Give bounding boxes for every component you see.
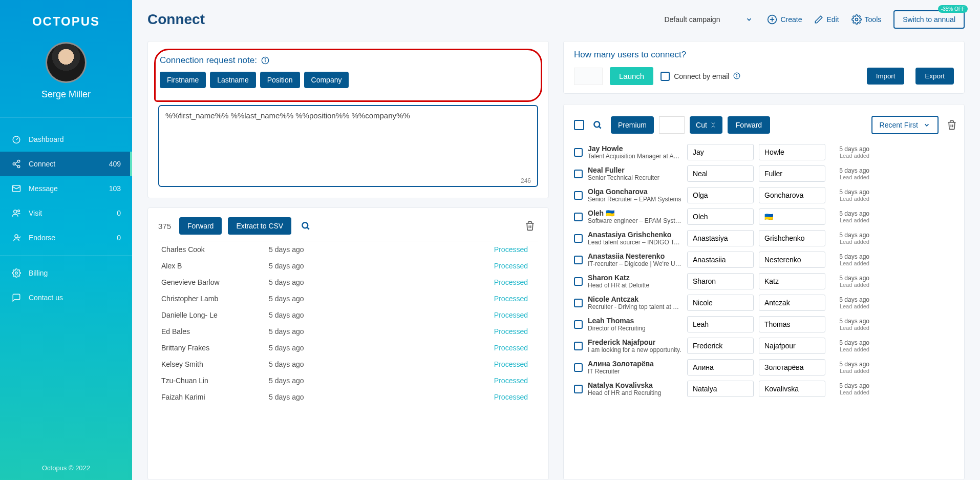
lead-checkbox[interactable] xyxy=(574,256,583,264)
select-all-checkbox[interactable] xyxy=(574,120,584,130)
switch-annual-label: Switch to annual xyxy=(903,15,955,24)
lead-checkbox[interactable] xyxy=(574,234,583,243)
avatar[interactable] xyxy=(46,42,87,83)
trash-icon[interactable] xyxy=(944,117,960,133)
trash-icon[interactable] xyxy=(522,218,538,234)
lead-last-input[interactable] xyxy=(759,316,825,332)
lead-info[interactable]: Oleh 🇺🇦 Software engineer – EPAM Syste..… xyxy=(588,209,682,224)
nav-item-message[interactable]: Message103 xyxy=(0,176,132,201)
cut-count-input[interactable] xyxy=(659,116,685,134)
lead-checkbox[interactable] xyxy=(574,299,583,307)
nav-item-dashboard[interactable]: Dashboard xyxy=(0,127,132,152)
lead-last-input[interactable] xyxy=(759,144,825,160)
lead-checkbox[interactable] xyxy=(574,342,583,350)
import-button[interactable]: Import xyxy=(867,68,905,85)
lead-last-input[interactable] xyxy=(759,208,825,225)
connect-email-checkbox[interactable]: Connect by email xyxy=(661,72,741,81)
search-icon[interactable] xyxy=(297,218,314,234)
lead-checkbox[interactable] xyxy=(574,277,583,286)
lead-checkbox[interactable] xyxy=(574,363,583,372)
lead-checkbox[interactable] xyxy=(574,213,583,221)
lead-info[interactable]: Anastasiya Grishchenko Lead talent sourc… xyxy=(588,231,682,246)
lead-first-input[interactable] xyxy=(687,165,754,182)
forward-button[interactable]: Forward xyxy=(179,217,222,235)
processed-row[interactable]: Kelsey Smith5 days agoProcessed xyxy=(158,356,531,372)
lead-last-input[interactable] xyxy=(759,252,825,268)
processed-row[interactable]: Genevieve Barlow5 days agoProcessed xyxy=(158,274,531,290)
queue-list[interactable]: Jay Howle Talent Acquisition Manager at … xyxy=(574,141,960,470)
premium-filter[interactable]: Premium xyxy=(611,116,654,134)
lead-last-input[interactable] xyxy=(759,165,825,182)
edit-action[interactable]: Edit xyxy=(814,15,839,24)
lead-first-input[interactable] xyxy=(687,316,754,332)
lead-first-input[interactable] xyxy=(687,338,754,354)
lead-last-input[interactable] xyxy=(759,381,825,397)
processed-row[interactable]: Danielle Long- Le5 days agoProcessed xyxy=(158,307,531,323)
lead-first-input[interactable] xyxy=(687,252,754,268)
lead-first-input[interactable] xyxy=(687,359,754,375)
lead-last-input[interactable] xyxy=(759,338,825,354)
info-icon[interactable] xyxy=(733,72,741,80)
lead-info[interactable]: Jay Howle Talent Acquisition Manager at … xyxy=(588,144,682,160)
processed-row[interactable]: Faizah Karimi5 days agoProcessed xyxy=(158,389,531,405)
processed-row[interactable]: Christopher Lamb5 days agoProcessed xyxy=(158,290,531,307)
queue-forward-button[interactable]: Forward xyxy=(728,116,770,134)
lead-first-input[interactable] xyxy=(687,230,754,246)
dashboard-icon xyxy=(11,134,22,144)
chip-firstname[interactable]: Firstname xyxy=(160,72,206,88)
lead-info[interactable]: Anastasiia Nesterenko IT-recruiter – Dig… xyxy=(588,252,682,267)
export-button[interactable]: Export xyxy=(915,68,954,85)
lead-first-input[interactable] xyxy=(687,273,754,289)
processed-list[interactable]: Charles Cook5 days agoProcessedAlex B5 d… xyxy=(158,241,538,405)
lead-last-input[interactable] xyxy=(759,295,825,311)
chip-lastname[interactable]: Lastname xyxy=(210,72,255,88)
note-textarea[interactable] xyxy=(158,105,538,187)
nav-item-endorse[interactable]: Endorse0 xyxy=(0,225,132,250)
nav-item-connect[interactable]: Connect409 xyxy=(0,152,132,176)
chip-position[interactable]: Position xyxy=(260,72,300,88)
lead-info[interactable]: Sharon Katz Head of HR at Deloitte xyxy=(588,274,682,289)
switch-annual-button[interactable]: Switch to annual -35% OFF xyxy=(893,10,965,29)
lead-info[interactable]: Frederick Najafpour I am looking for a n… xyxy=(588,338,682,353)
lead-first-input[interactable] xyxy=(687,381,754,397)
lead-checkbox[interactable] xyxy=(574,385,583,393)
processed-row[interactable]: Alex B5 days agoProcessed xyxy=(158,258,531,274)
campaign-select[interactable]: Default campaign xyxy=(662,12,755,27)
lead-first-input[interactable] xyxy=(687,208,754,225)
lead-last-input[interactable] xyxy=(759,273,825,289)
nav-item-contact-us[interactable]: Contact us xyxy=(0,285,132,310)
nav-item-billing[interactable]: Billing xyxy=(0,261,132,285)
extract-csv-button[interactable]: Extract to CSV xyxy=(228,217,291,235)
lead-checkbox[interactable] xyxy=(574,320,583,329)
processed-row[interactable]: Brittany Frakes5 days agoProcessed xyxy=(158,340,531,356)
lead-info[interactable]: Алина Золотарёва IT Recruiter xyxy=(588,360,682,375)
lead-checkbox[interactable] xyxy=(574,148,583,157)
chip-company[interactable]: Company xyxy=(304,72,349,88)
lead-first-input[interactable] xyxy=(687,144,754,160)
sort-select[interactable]: Recent First xyxy=(871,116,939,134)
launch-count-input[interactable] xyxy=(574,68,603,85)
connect-icon xyxy=(11,159,22,169)
lead-first-input[interactable] xyxy=(687,295,754,311)
lead-checkbox[interactable] xyxy=(574,191,583,200)
lead-last-input[interactable] xyxy=(759,230,825,246)
lead-info[interactable]: Neal Fuller Senior Technical Recruiter xyxy=(588,166,682,181)
search-icon[interactable] xyxy=(589,117,606,133)
lead-checkbox[interactable] xyxy=(574,170,583,178)
processed-row[interactable]: Charles Cook5 days agoProcessed xyxy=(158,241,531,258)
lead-info[interactable]: Leah Thomas Director of Recruiting xyxy=(588,317,682,332)
lead-info[interactable]: Olga Goncharova Senior Recruiter – EPAM … xyxy=(588,187,682,203)
tools-action[interactable]: Tools xyxy=(851,14,882,25)
nav-item-visit[interactable]: Visit0 xyxy=(0,201,132,225)
lead-info[interactable]: Nicole Antczak Recruiter - Driving top t… xyxy=(588,295,682,310)
lead-first-input[interactable] xyxy=(687,187,754,203)
processed-row[interactable]: Ed Bales5 days agoProcessed xyxy=(158,323,531,340)
lead-info[interactable]: Natalya Kovalivska Head of HR and Recrui… xyxy=(588,381,682,396)
processed-row[interactable]: Tzu-Chuan Lin5 days agoProcessed xyxy=(158,372,531,389)
launch-button[interactable]: Launch xyxy=(610,67,653,85)
lead-last-input[interactable] xyxy=(759,187,825,203)
lead-last-input[interactable] xyxy=(759,359,825,375)
cut-button[interactable]: Cut xyxy=(690,116,722,134)
create-action[interactable]: Create xyxy=(767,14,802,25)
info-icon[interactable] xyxy=(261,56,269,65)
